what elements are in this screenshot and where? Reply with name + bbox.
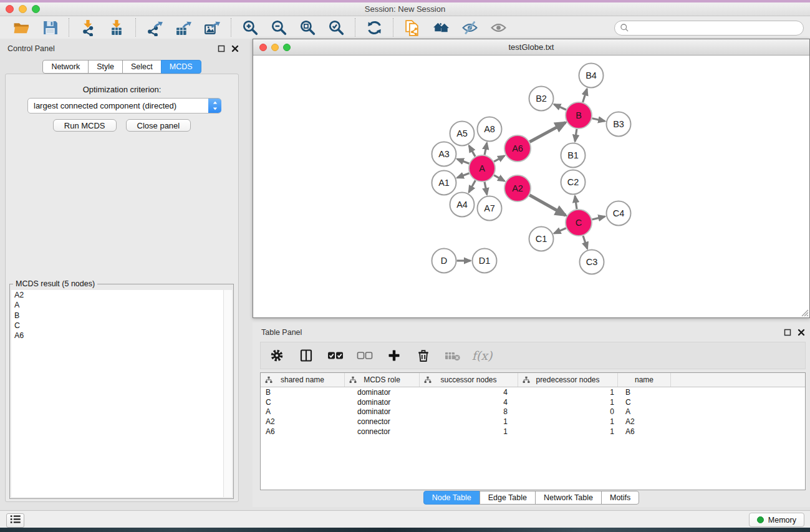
graph-node-B[interactable]: B [566,102,592,128]
run-mcds-button[interactable]: Run MCDS [53,119,117,132]
column-header-mcds-role[interactable]: MCDS role [345,373,420,387]
graph-edge-A-A7[interactable] [485,182,487,195]
tab-network[interactable]: Network [42,60,89,74]
graph-node-A2[interactable]: A2 [504,175,531,201]
table-cell[interactable]: 1 [420,427,518,436]
graph-node-C[interactable]: C [566,210,592,236]
export-image-icon[interactable] [203,18,221,37]
table-cell[interactable]: 1 [420,417,518,426]
table-cell[interactable]: dominator [345,388,420,397]
graph-edge-A-A6[interactable] [494,156,504,162]
select-all-icon[interactable] [327,347,344,364]
table-cell[interactable]: A [261,407,345,416]
table-cell[interactable]: connector [345,417,420,426]
column-header-predecessor-nodes[interactable]: predecessor nodes [518,373,618,387]
table-cell[interactable]: 0 [518,407,618,416]
table-row[interactable]: Cdominator41C [261,397,805,407]
graph-edge-A-A8[interactable] [485,143,487,155]
graph-node-A[interactable]: A [469,155,495,181]
houses-icon[interactable] [432,18,450,37]
graph-edge-A6-B[interactable] [529,122,566,142]
close-panel-icon[interactable] [797,328,805,336]
search-input[interactable] [614,21,804,36]
graph-edge-A-A3[interactable] [457,159,469,163]
resize-grip-icon[interactable] [800,308,809,317]
table-row[interactable]: A2connector11A2 [261,417,805,427]
graph-edge-C-C3[interactable] [583,236,587,249]
table-cell[interactable]: 4 [420,398,518,407]
table-row[interactable]: Adominator80A [261,407,805,417]
tab-edge-table[interactable]: Edge Table [480,491,536,505]
zoom-in-icon[interactable] [241,18,259,37]
optimization-criterion-select[interactable]: largest connected component (directed) [27,98,221,114]
export-table-icon[interactable] [174,18,193,37]
graph-edge-A-A2[interactable] [494,175,504,181]
memory-button[interactable]: Memory [749,513,804,527]
table-row[interactable]: Bdominator41B [261,387,805,397]
table-cell[interactable]: A2 [261,417,345,426]
table-cell[interactable]: 4 [420,388,518,397]
tab-node-table[interactable]: Node Table [423,491,480,505]
table-cell[interactable]: 1 [518,398,618,407]
open-file-icon[interactable] [12,18,31,37]
graph-edge-C-C1[interactable] [554,228,566,233]
tab-select[interactable]: Select [122,60,162,74]
table-cell[interactable]: C [618,398,671,407]
float-panel-icon[interactable] [217,44,225,52]
settings-gear-icon[interactable] [269,347,285,364]
column-header-name[interactable]: name [618,373,671,387]
table-cell[interactable]: connector [345,427,420,436]
table-cell[interactable]: dominator [345,407,420,416]
close-window-button[interactable] [6,5,14,13]
table-cell[interactable]: B [261,388,345,397]
table-row[interactable]: A6connector11A6 [261,427,805,437]
graph-node-A8[interactable]: A8 [478,117,502,142]
network-minimize-button[interactable] [271,44,279,51]
graph-node-A7[interactable]: A7 [478,196,502,221]
zoom-out-icon[interactable] [269,18,288,37]
graph-edge-C-C2[interactable] [575,196,577,209]
zoom-fit-icon[interactable] [298,18,317,37]
graph-edge-B-B4[interactable] [583,89,587,103]
table-cell[interactable]: 1 [518,417,618,426]
graph-edge-A-A1[interactable] [457,173,469,178]
graph-node-D[interactable]: D [432,249,456,273]
graph-edge-C-C4[interactable] [592,216,605,220]
minimize-window-button[interactable] [19,5,27,13]
tab-mcds[interactable]: MCDS [161,60,201,74]
graph-node-B2[interactable]: B2 [529,87,554,111]
network-close-button[interactable] [259,44,267,51]
graph-node-C1[interactable]: C1 [529,227,554,251]
graph-node-B1[interactable]: B1 [561,143,586,168]
network-window-titlebar[interactable]: testGlobe.txt [253,39,809,56]
close-panel-icon[interactable] [231,44,239,52]
mcds-result-item[interactable]: C [11,321,232,331]
eye-icon[interactable] [489,18,508,37]
graph-node-C3[interactable]: C3 [580,250,604,274]
network-zoom-button[interactable] [283,44,291,51]
graph-node-A5[interactable]: A5 [450,122,475,146]
result-scrollbar[interactable] [223,290,232,497]
show-panels-list-button[interactable] [6,513,24,528]
table-cell[interactable]: A6 [618,427,671,436]
graph-node-A6[interactable]: A6 [504,135,531,162]
import-network-icon[interactable] [79,18,97,37]
table-cell[interactable]: A [618,407,671,416]
zoom-selected-icon[interactable] [327,18,345,37]
import-table-icon[interactable] [107,18,126,37]
zoom-window-button[interactable] [32,5,40,13]
graph-edge-B-B1[interactable] [575,129,577,142]
table-cell[interactable]: B [618,388,671,397]
tab-style[interactable]: Style [88,60,123,74]
table-cell[interactable]: A6 [261,427,345,436]
column-header-successor-nodes[interactable]: successor nodes [420,373,518,387]
add-row-icon[interactable] [386,347,402,364]
float-panel-icon[interactable] [783,328,791,336]
graph-node-C2[interactable]: C2 [561,170,586,195]
eye-slash-icon[interactable] [460,18,479,37]
table-cell[interactable]: dominator [345,398,420,407]
table-cell[interactable]: C [261,398,345,407]
column-layout-icon[interactable] [298,347,314,364]
network-document-icon[interactable] [403,18,422,37]
graph-node-C4[interactable]: C4 [607,201,631,226]
